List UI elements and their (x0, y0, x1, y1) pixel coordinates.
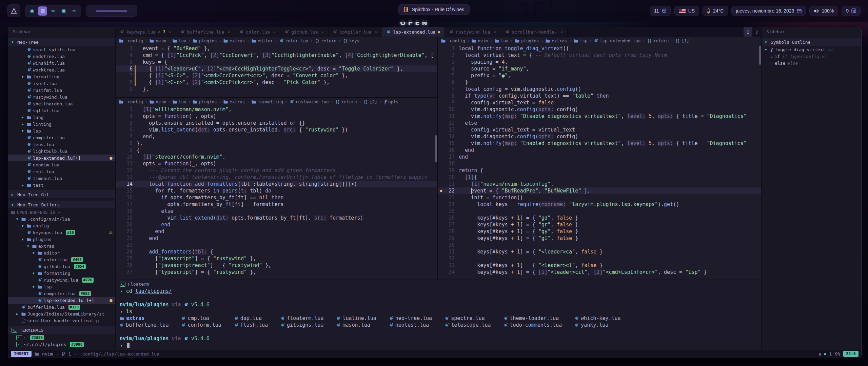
code-line-15[interactable]: 15 vim.notify(msg: "Enabled diagnostics … (438, 140, 761, 147)
workspace-button-5[interactable]: ≡ (70, 6, 79, 16)
breadcrumb-item[interactable]: {}return (335, 99, 357, 104)
editor-pane-rustywind-lua[interactable]: .config›nvim›lua›plugins›extras›formatti… (116, 98, 437, 280)
tabpage-2[interactable]: 2 (752, 27, 761, 37)
tree-item-rustfmt-lua[interactable]: rustfmt.lua (8, 87, 115, 94)
editor-pane-color-lua[interactable]: .config›nvim›lua›plugins›extras›editor›c… (116, 37, 437, 98)
code-line-19[interactable]: 19 vim.list_extend(dst: opts.formatters_… (116, 215, 437, 221)
code-line-29[interactable]: 29 keys[#keys + 1] = { "gI", false } (438, 235, 761, 242)
tree-item-timeout-lua[interactable]: timeout.lua (8, 175, 115, 182)
editor-pane-lsp-extended-lua[interactable]: .config›nvim›lua›plugins›extras›lsp›lsp-… (438, 37, 761, 280)
code-line-24[interactable]: 24 add_formatters(tbl: { (116, 248, 437, 255)
code-line-7[interactable]: 7 { [1]"<S-C>", [2]"<cmd>CccConvert<cr>"… (116, 72, 437, 79)
breadcrumb-item[interactable]: nvim (150, 38, 166, 43)
code-line-22[interactable]: 22 end (116, 235, 437, 242)
close-icon[interactable]: × (321, 29, 324, 35)
tree-item-[interactable]: >_~#2859 (8, 334, 115, 341)
code-line-16[interactable]: 16 end (438, 147, 761, 154)
code-line-32[interactable]: 32 (438, 255, 761, 262)
breadcrumb-item[interactable]: .config (441, 38, 465, 43)
code-line-27[interactable]: 27 keys[#keys + 1] = { "gr", false } (438, 221, 761, 228)
breadcrumb-item[interactable]: rustywind.lua (290, 99, 329, 104)
tree-item-scrollbar-handle-vertical-p[interactable]: scrollbar-handle-vertical.p (8, 317, 115, 324)
outline-symbol-if[interactable]: ▫ifif type(config.vi (762, 53, 861, 60)
code-line-5[interactable]: 5 opts.ensure_installed = opts.ensure_in… (116, 120, 437, 126)
tree-item-lens-lua[interactable]: lens.lua (8, 141, 115, 148)
breadcrumb-item[interactable]: {}[1] (675, 38, 689, 43)
tree-item-formatting[interactable]: ▾formatting (8, 270, 115, 277)
breadcrumb-item[interactable]: extras (223, 99, 245, 104)
tree-item-lang[interactable]: ▸lang (8, 114, 115, 121)
tree-item-github-lua[interactable]: github.lua#654 (8, 263, 115, 270)
breadcrumb-item[interactable]: extras (546, 38, 567, 43)
code-line-31[interactable]: 31 keys[#keys + 1] = { "<leader>ca", fal… (438, 248, 761, 255)
scrollbar-handle[interactable] (759, 46, 761, 65)
close-icon[interactable]: × (560, 29, 563, 35)
terminals-header[interactable]: >_ TERMINALS (8, 326, 115, 334)
workspace-button-3[interactable]: ∞ (48, 6, 58, 16)
code-line-9[interactable]: 9 }, (116, 86, 437, 93)
code-line-26[interactable]: 26 keys[#keys + 1] = { "gd", false } (438, 215, 761, 221)
workspace-button-4[interactable]: ▣ (59, 6, 68, 16)
tree-item-lsp-extended-lu[interactable]: lsp-extended.lu [+]● (8, 297, 115, 304)
tree-item-smart-splits-lua[interactable]: smart-splits.lua (8, 46, 115, 53)
code-line-15[interactable]: 15 for ft, formatters in pairs(t: tbl) d… (116, 187, 437, 194)
neotree-git-header[interactable]: ▸ Neo-Tree Git (8, 190, 115, 199)
breadcrumb-item[interactable]: plugins (515, 38, 539, 43)
tree-item-juegos-indies-steamlibrary-st[interactable]: ▸Juegos/Indies/SteamLibrary/st (8, 310, 115, 317)
tab-keymaps-lua[interactable]: keymaps.lua⚠ 3× (116, 27, 176, 37)
code-line-9[interactable]: 9 config.virtual_text = false (438, 99, 761, 106)
breadcrumb-item[interactable]: nvim (472, 38, 488, 43)
tab-lsp-extended-lua[interactable]: lsp-extended.lua● (382, 27, 445, 37)
tree-item-winshift-lua[interactable]: winshift.lua (8, 60, 115, 66)
tree-item-config-nvim-lua[interactable]: ▾.config/nvim/lua (8, 216, 115, 222)
code-line-6[interactable]: 6 vim.list_extend(dst: opts.ensure_insta… (116, 126, 437, 133)
code-line-18[interactable]: 18 else (116, 208, 437, 215)
code-line-4[interactable]: 4 opts = function(_, opts) (116, 113, 437, 120)
tree-item-worktree-lua[interactable]: worktree.lua (8, 66, 115, 73)
code-line-30[interactable]: 30 (438, 242, 761, 248)
workspace-button-2[interactable]: ▨ (38, 6, 47, 16)
tree-item-keymaps-lua[interactable]: keymaps.lua#10⚠ (8, 229, 115, 236)
tree-item-formatting[interactable]: ▾formatting (8, 73, 115, 80)
scrollbar-handle[interactable] (435, 135, 437, 162)
code-line-34[interactable]: 34 keys[#keys + 1] = { [1]"<leader>cil",… (438, 269, 761, 276)
tree-item-config[interactable]: ▾config (8, 222, 115, 229)
tree-item-compiler-lua[interactable]: compiler.lua (8, 134, 115, 141)
tree-item-sqlfmt-lua[interactable]: sqlfmt.lua (8, 107, 115, 114)
code-line-6[interactable]: 6 { [1]"<leader>uC", [2]"<cmd>CccHighlig… (116, 65, 437, 72)
symbols-outline-header[interactable]: ▾ Symbols Outline (762, 38, 861, 46)
outline-symbol-toggle-diag-virtext[interactable]: ▾ƒtoggle_diag_virtextfu (762, 46, 861, 53)
tree-item-linting[interactable]: ▸linting (8, 121, 115, 127)
tree-item-c-n-l-plugins[interactable]: >_~/.c/n/l/plugins#3980 (8, 341, 115, 348)
breadcrumb-item[interactable]: {}keys (343, 38, 359, 43)
breadcrumb-item[interactable]: lsp (574, 38, 588, 43)
code-line-3[interactable]: 3 [1]"williamboman/mason.nvim", (116, 106, 437, 113)
tab-github-lua[interactable]: github.lua× (280, 27, 329, 37)
code-line-27[interactable]: 27 ["typescript"] = { "rustywind" }, (116, 269, 437, 276)
code-line-3[interactable]: 3 spacing = 4, (438, 59, 761, 65)
breadcrumb-item[interactable]: lua (173, 99, 186, 104)
scratchpad-widget[interactable]: 9 (842, 6, 861, 16)
breadcrumb-item[interactable]: lua (495, 38, 509, 43)
breadcrumb-item[interactable]: {}return (647, 38, 669, 43)
code-line-13[interactable]: 13 ---@param tbl table<string, conform.F… (116, 174, 437, 181)
tree-item-isort-lua[interactable]: isort.lua (8, 80, 115, 87)
breadcrumb-item[interactable]: .config (119, 38, 143, 43)
code-line-20[interactable]: 20 end (116, 221, 437, 228)
window-title-pill[interactable] (86, 5, 137, 17)
tree-item-rustywind-lua[interactable]: rustywind.lua (8, 94, 115, 100)
code-line-21[interactable]: 21 end (116, 228, 437, 235)
close-icon[interactable]: × (375, 29, 377, 35)
code-line-8[interactable]: 8 { [1]"<C-c>", [2]"<cmd>CccPick<cr>", d… (116, 79, 437, 86)
code-line-4[interactable]: 4 cmd = { [1]"CccPick", [2]"CccConvert",… (116, 52, 437, 59)
close-icon[interactable]: × (273, 29, 276, 35)
code-line-23[interactable]: 23 (116, 242, 437, 248)
breadcrumb-item[interactable]: lsp-extended.lua (594, 38, 640, 43)
code-line-20[interactable]: 20 [1]{ (438, 174, 761, 181)
code-line-11[interactable]: 11 vim.notify(msg: "Disable diagnostics … (438, 113, 761, 120)
code-line-26[interactable]: 26 ["javascriptreact"] = { "rustywind" }… (116, 262, 437, 269)
code-line-12[interactable]: 12 else (438, 120, 761, 126)
breadcrumb-item[interactable]: plugins (193, 38, 217, 43)
workspace-button-1[interactable]: ◉ (27, 6, 37, 16)
breadcrumb-item[interactable]: lua (173, 38, 186, 43)
